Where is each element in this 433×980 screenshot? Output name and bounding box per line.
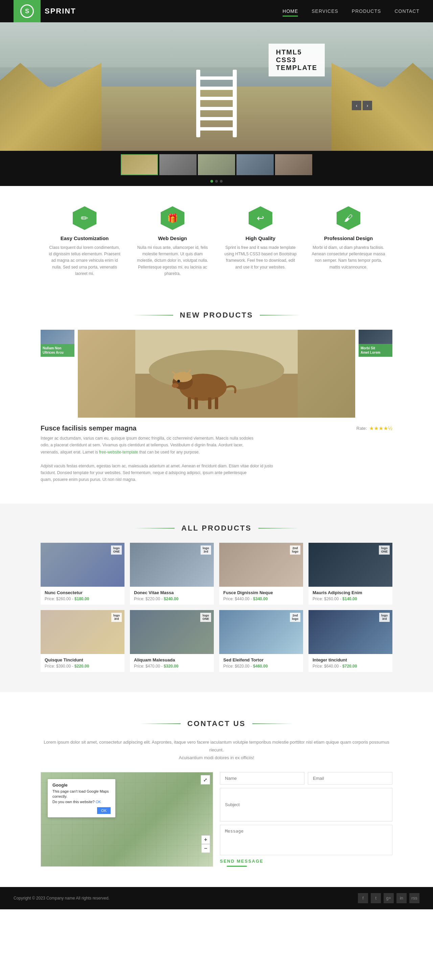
product-card-7: 2ndlogo Sed Eleifend Tortor Price: $620.… bbox=[219, 610, 303, 672]
feature-1-title: Easy Customization bbox=[47, 235, 122, 241]
feature-2-desc: Nulla mi risus ante, ullamcorper id, fel… bbox=[135, 245, 210, 277]
feature-3: ↩ High Quality Sprint is free and it was… bbox=[223, 206, 298, 277]
svg-point-13 bbox=[173, 372, 192, 382]
product-card-8-title: Integer tincidunt bbox=[312, 657, 388, 662]
feature-2-icon: 🎁 bbox=[161, 206, 185, 230]
feature-1: ✏ Easy Customization Class torquent dui … bbox=[47, 206, 122, 277]
thumb-4[interactable] bbox=[236, 154, 274, 175]
products-grid: logoONE Nunc Consectetur Price: $260.00 … bbox=[41, 543, 392, 672]
thumb-5[interactable] bbox=[275, 154, 312, 175]
product-card-7-img: 2ndlogo bbox=[219, 610, 303, 654]
badge-8-1: logo3rd bbox=[379, 613, 390, 622]
nav-contact[interactable]: CONTACT bbox=[395, 7, 419, 15]
product-card-1-img: logoONE bbox=[41, 543, 124, 587]
svg-rect-3 bbox=[196, 87, 237, 90]
feature-4-icon: 🖌 bbox=[337, 206, 360, 230]
contact-title: CONTACT US bbox=[41, 719, 392, 728]
dot-1[interactable] bbox=[210, 180, 213, 183]
product-description: Integer ac ductumdam, varius cam eu, qui… bbox=[41, 435, 392, 483]
hero-next-btn[interactable]: › bbox=[363, 101, 372, 110]
social-rss[interactable]: rss bbox=[409, 893, 419, 903]
feature-2: 🎁 Web Design Nulla mi risus ante, ullamc… bbox=[135, 206, 210, 277]
nav-services[interactable]: SERVICES bbox=[312, 7, 338, 15]
social-facebook[interactable]: f bbox=[358, 893, 368, 903]
product-card-1-title: Nunc Consectetur bbox=[45, 590, 121, 595]
svg-rect-14 bbox=[188, 397, 191, 409]
map-zoom-out[interactable]: − bbox=[201, 844, 210, 853]
map-zoom-in[interactable]: + bbox=[201, 835, 210, 844]
name-input[interactable] bbox=[220, 772, 304, 784]
product-card-7-title: Sed Eleifend Tortor bbox=[223, 657, 299, 662]
feature-1-icon: ✏ bbox=[73, 206, 96, 230]
product-card-6-title: Aliquam Malesuada bbox=[134, 657, 210, 662]
feature-4: 🖌 Professional Design Morbi id diam, ut … bbox=[311, 206, 386, 277]
footer-social: f t g+ in rss bbox=[358, 893, 419, 903]
map-container: Google This page can't load Google Maps … bbox=[41, 772, 213, 867]
thumb-2[interactable] bbox=[159, 154, 197, 175]
new-products-content: Nullam NonUltrices Arcu bbox=[0, 330, 433, 504]
product-card-7-price: Price: $620.00 - $460.00 bbox=[223, 664, 299, 668]
product-card-5-title: Quisque Tincidunt bbox=[45, 657, 121, 662]
social-googleplus[interactable]: g+ bbox=[384, 893, 394, 903]
product-card-1-price: Price: $260.00 - $180.00 bbox=[45, 597, 121, 601]
send-btn-wrap: SEND MESSAGE bbox=[220, 859, 392, 867]
map-link[interactable]: OK bbox=[96, 800, 101, 804]
map-ok-button[interactable]: OK bbox=[97, 807, 111, 814]
product-card-6-info: Aliquam Malesuada Price: $470.00 - $320.… bbox=[130, 654, 214, 672]
badge-2-1: logo3rd bbox=[201, 546, 211, 555]
nav-products[interactable]: PRODUCTS bbox=[352, 7, 381, 15]
svg-point-21 bbox=[172, 383, 178, 388]
logo-icon: S bbox=[20, 5, 34, 18]
product-thumb-left[interactable]: Nullam NonUltrices Arcu bbox=[41, 330, 75, 357]
all-products-section: ALL PRODUCTS logoONE Nunc Consectetur Pr… bbox=[0, 504, 433, 692]
map-message: This page can't load Google Maps correct… bbox=[53, 789, 111, 805]
map-title: Google bbox=[53, 783, 111, 788]
product-card-8: logo3rd Integer tincidunt Price: $640.00… bbox=[309, 610, 392, 672]
hero-banner-wrap: HTML5 CSS3 TEMPLATE ‹ › bbox=[352, 99, 372, 110]
footer: Copyright © 2023 Company name All rights… bbox=[0, 887, 433, 909]
product-card-4-info: Mauris Adipiscing Enim Price: $260.00 - … bbox=[309, 587, 392, 605]
thumb-1[interactable] bbox=[121, 154, 158, 175]
nav-home[interactable]: HOME bbox=[282, 7, 298, 15]
feature-4-desc: Morbi id diam, ut diam pharetra facilisi… bbox=[311, 245, 386, 270]
svg-rect-15 bbox=[194, 397, 198, 409]
svg-rect-16 bbox=[208, 397, 212, 409]
social-linkedin[interactable]: in bbox=[396, 893, 407, 903]
product-card-6: logoONE Aliquam Malesuada Price: $470.00… bbox=[130, 610, 214, 672]
message-textarea[interactable] bbox=[220, 825, 392, 855]
logo-box: S bbox=[14, 0, 41, 22]
email-input[interactable] bbox=[308, 772, 392, 784]
send-button[interactable]: SEND MESSAGE bbox=[220, 859, 264, 864]
product-card-8-price: Price: $640.00 - $720.00 bbox=[312, 664, 388, 668]
product-card-5-info: Quisque Tincidunt Price: $390.00 - $220.… bbox=[41, 654, 124, 672]
map-expand-button[interactable]: ⤢ bbox=[201, 775, 210, 784]
product-card-4-price: Price: $260.00 - $140.00 bbox=[312, 597, 388, 601]
rate-label: Rate: bbox=[357, 426, 367, 431]
feature-1-desc: Class torquent dui lorem condimentum, id… bbox=[47, 245, 122, 277]
feature-4-title: Professional Design bbox=[311, 235, 386, 241]
product-card-2-price: Price: $220.00 - $240.00 bbox=[134, 597, 210, 601]
product-side-left: Nullam NonUltrices Arcu bbox=[41, 330, 75, 418]
features-section: ✏ Easy Customization Class torquent dui … bbox=[0, 186, 433, 297]
social-twitter[interactable]: t bbox=[371, 893, 381, 903]
hero-prev-btn[interactable]: ‹ bbox=[352, 101, 361, 110]
badge-3-1: 2ndlogo bbox=[290, 546, 300, 555]
product-title-row: Fusce facilisis semper magna Rate: ★★★★½ bbox=[41, 425, 392, 432]
badge-1-1: logoONE bbox=[111, 546, 122, 555]
dot-3[interactable] bbox=[220, 180, 223, 183]
product-card-2-info: Donec Vitae Massa Price: $220.00 - $240.… bbox=[130, 587, 214, 605]
product-right-label: Morbi SitAmet Lorem bbox=[358, 344, 392, 357]
new-products-section: NEW PRODUCTS Nullam NonUltrices Arcu bbox=[0, 311, 433, 504]
badge-7-1: 2ndlogo bbox=[290, 613, 300, 622]
svg-rect-5 bbox=[196, 107, 237, 110]
contact-section: CONTACT US Lorem ipsum dolor sit amet, c… bbox=[0, 692, 433, 887]
navbar: S SPRINT HOME SERVICES PRODUCTS CONTACT bbox=[0, 0, 433, 22]
product-link[interactable]: free-website-template bbox=[99, 450, 138, 455]
thumb-3[interactable] bbox=[198, 154, 235, 175]
product-card-3: 2ndlogo Fusce Dignissim Neque Price: $44… bbox=[219, 543, 303, 605]
product-thumb-right[interactable]: Morbi SitAmet Lorem bbox=[358, 330, 392, 357]
dot-2[interactable] bbox=[215, 180, 218, 183]
feature-3-icon: ↩ bbox=[248, 206, 272, 230]
subject-input[interactable] bbox=[220, 788, 392, 821]
product-card-7-info: Sed Eleifend Tortor Price: $620.00 - $46… bbox=[219, 654, 303, 672]
